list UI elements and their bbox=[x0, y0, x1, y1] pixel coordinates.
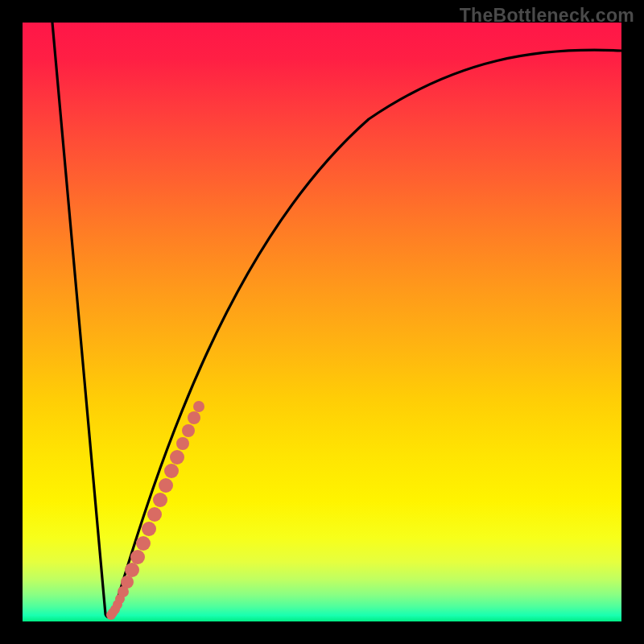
svg-point-10 bbox=[142, 522, 156, 536]
svg-point-18 bbox=[188, 411, 200, 424]
highlight-segment bbox=[106, 401, 204, 620]
svg-point-9 bbox=[136, 536, 151, 551]
svg-point-19 bbox=[193, 401, 204, 412]
svg-point-17 bbox=[182, 424, 195, 437]
svg-point-6 bbox=[121, 576, 134, 588]
svg-point-13 bbox=[159, 478, 173, 493]
watermark-text: TheBottleneck.com bbox=[460, 5, 634, 27]
svg-point-11 bbox=[147, 507, 162, 522]
svg-point-8 bbox=[130, 550, 145, 564]
svg-point-14 bbox=[164, 464, 179, 478]
svg-point-12 bbox=[153, 493, 167, 507]
bottleneck-curve bbox=[52, 23, 621, 617]
svg-point-15 bbox=[170, 450, 184, 464]
chart-svg bbox=[23, 23, 621, 621]
plot-area bbox=[23, 23, 621, 621]
svg-point-7 bbox=[125, 563, 139, 577]
chart-frame: TheBottleneck.com bbox=[0, 0, 644, 644]
svg-point-16 bbox=[176, 437, 189, 450]
